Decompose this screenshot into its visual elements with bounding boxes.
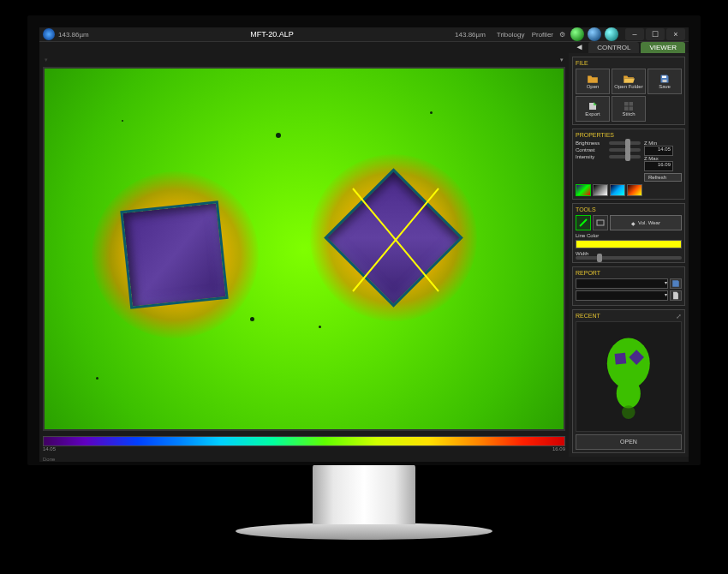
status-bar: Done	[39, 457, 689, 462]
svg-rect-7	[630, 107, 634, 111]
save-button[interactable]: Save	[647, 69, 682, 94]
svg-rect-6	[624, 107, 629, 111]
colormap-rainbow[interactable]	[576, 184, 591, 196]
properties-title: PROPERTIES	[576, 132, 682, 138]
refresh-button[interactable]: Refresh	[644, 173, 682, 182]
folder-icon	[587, 74, 599, 84]
report-save-icon[interactable]	[670, 278, 682, 289]
report-select-2[interactable]: ▾	[576, 290, 668, 301]
line-icon	[578, 218, 588, 228]
svg-rect-4	[624, 102, 629, 106]
line-color-label: Line Color	[576, 233, 682, 238]
save-icon	[671, 279, 680, 288]
report-select-1[interactable]: ▾	[576, 278, 668, 289]
contrast-slider[interactable]	[609, 148, 641, 152]
nav-profiler[interactable]: Profiler	[532, 31, 553, 39]
brightness-slider[interactable]	[609, 141, 641, 145]
expand-icon[interactable]: ⤢	[676, 313, 682, 321]
recent-title: RECENT	[576, 313, 600, 319]
colorbar-max: 16.09	[552, 446, 565, 451]
scale-left: 143.86µm	[58, 31, 89, 39]
open-folder-button[interactable]: Open Folder	[612, 69, 646, 94]
contrast-label: Contrast	[576, 147, 606, 152]
zmax-input[interactable]: 16.09	[644, 161, 673, 171]
settings-icon[interactable]: ⚙	[559, 31, 565, 39]
rect-tool[interactable]	[593, 215, 608, 230]
report-panel: REPORT ▾ ▾	[572, 266, 685, 306]
arrow-left-icon[interactable]: ◄	[575, 42, 583, 53]
file-panel-title: FILE	[576, 60, 682, 66]
export-button[interactable]: Export	[576, 96, 610, 122]
window-title: MFT-20.ALP	[89, 30, 455, 39]
svg-line-8	[580, 219, 587, 226]
wear-icon: ◆	[631, 220, 636, 226]
svg-rect-3	[663, 80, 667, 82]
document-icon	[671, 291, 680, 300]
colormap-blue[interactable]	[610, 184, 625, 196]
line-color-picker[interactable]	[576, 240, 682, 248]
orb-button-2[interactable]	[588, 27, 601, 41]
folder-open-icon	[623, 74, 635, 84]
properties-panel: PROPERTIES Brightness Contrast	[572, 129, 685, 200]
svg-point-11	[617, 379, 641, 408]
recent-thumbnail[interactable]	[576, 321, 682, 432]
file-panel: FILE Open Open Folder Save	[572, 57, 685, 125]
orb-button-1[interactable]	[570, 27, 584, 41]
tab-control[interactable]: CONTROL	[588, 42, 639, 53]
colormap-hot[interactable]	[627, 184, 642, 196]
recent-open-button[interactable]: OPEN	[576, 434, 682, 450]
color-scale-bar	[43, 436, 565, 446]
nav-tribology[interactable]: Tribology	[497, 31, 525, 39]
tools-panel: TOOLS ◆ Vol. Wear Line Color	[572, 203, 685, 263]
orb-button-3[interactable]	[605, 27, 618, 41]
stitch-icon	[623, 101, 635, 111]
report-doc-icon[interactable]	[670, 290, 682, 301]
width-slider[interactable]	[576, 256, 682, 260]
colorbar-min: 14.05	[43, 446, 56, 451]
svg-point-12	[622, 405, 636, 419]
svg-rect-2	[662, 76, 666, 79]
report-title: REPORT	[576, 270, 682, 276]
export-icon	[587, 101, 599, 111]
side-panel: FILE Open Open Folder Save	[569, 53, 689, 457]
minimize-button[interactable]: –	[625, 28, 644, 40]
intensity-slider[interactable]	[609, 155, 641, 158]
svg-rect-13	[615, 352, 627, 364]
tools-title: TOOLS	[576, 206, 682, 212]
tab-viewer[interactable]: VIEWER	[641, 42, 685, 53]
mode-tabs: ◄ CONTROL VIEWER	[39, 42, 689, 53]
vol-wear-button[interactable]: ◆ Vol. Wear	[610, 215, 682, 230]
line-tool[interactable]	[576, 215, 591, 230]
svg-rect-9	[597, 220, 604, 225]
title-bar: 143.86µm MFT-20.ALP 143.86µm Tribology P…	[39, 27, 689, 42]
colormap-gray[interactable]	[593, 184, 608, 196]
open-button[interactable]: Open	[576, 69, 610, 94]
zmin-input[interactable]: 14.05	[644, 146, 673, 156]
main-viewport[interactable]	[43, 67, 565, 431]
app-logo-icon	[43, 28, 55, 40]
recent-panel: RECENT ⤢ OPEN	[572, 309, 685, 453]
maximize-button[interactable]: ☐	[646, 28, 665, 40]
rect-icon	[595, 218, 606, 228]
indent-mark-1	[120, 200, 228, 308]
brightness-label: Brightness	[576, 141, 606, 146]
save-icon	[659, 74, 671, 84]
stitch-button[interactable]: Stitch	[612, 96, 646, 122]
close-button[interactable]: ×	[666, 28, 685, 40]
svg-rect-5	[630, 102, 634, 106]
scale-right: 143.86µm	[455, 31, 486, 39]
intensity-label: Intensity	[576, 154, 606, 159]
